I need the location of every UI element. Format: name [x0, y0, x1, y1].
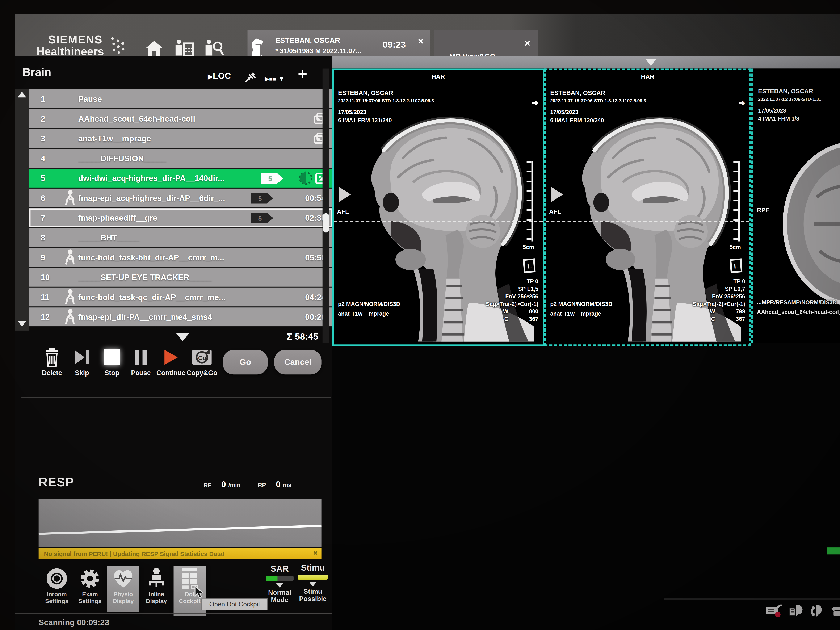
step-name: fmap-phasediff__gre: [78, 213, 249, 222]
step-number: 10: [29, 273, 63, 282]
tp-overlay: TP 0: [733, 278, 745, 284]
patient-browser-icon[interactable]: [204, 38, 225, 59]
window-label: W: [503, 308, 508, 314]
orientation-label: HAR: [546, 73, 749, 80]
arrow-icon[interactable]: ➔: [738, 98, 745, 108]
mouse-cursor-icon: [193, 586, 205, 599]
go-button[interactable]: Go: [223, 350, 268, 374]
step-number: 3: [29, 134, 63, 143]
patient-details: * 31/05/1983 M 2022.11.07...: [275, 47, 362, 55]
pause-button[interactable]: Pause: [125, 346, 156, 377]
step-number: 2: [29, 114, 63, 123]
stimu-meter: Stimu StimuPossible: [298, 563, 328, 603]
skip-button[interactable]: Skip: [66, 346, 98, 377]
image-panel-3[interactable]: ESTEBAN, OSCAR 2022.11.07-15:37:06-STD-1…: [751, 69, 840, 343]
wait-tag-icon: 5: [250, 211, 274, 224]
close-icon[interactable]: ×: [313, 548, 318, 557]
sequence-row-2[interactable]: 2 AAhead_scout_64ch-head-coil: [29, 109, 332, 129]
step-name: fmap-epi_acq-highres_dir-AP__6dir_...: [78, 193, 249, 202]
marker-label: RPF: [757, 207, 769, 213]
sequence-row-9[interactable]: 9 func-bold_task-bht_dir-AP__cmrr_m... 0…: [29, 248, 332, 268]
sequence-row-12[interactable]: 12 fmap-epi_dir-PA__cmrr_me4_sms4 00:26: [29, 308, 332, 327]
svg-text:5: 5: [258, 215, 262, 222]
sequence-row-4[interactable]: 4 _____DIFFUSION_____: [29, 149, 332, 169]
step-name: func-bold_task-qc_dir-AP__cmrr_me...: [78, 292, 288, 302]
svg-text:5: 5: [268, 175, 272, 182]
date-overlay: 17/05/2023: [338, 109, 366, 115]
sequence-row-7-selected[interactable]: 7 fmap-phasediff__gre 5 02:38: [29, 208, 332, 228]
physio-warning-bar: No signal from PERU! | Updating RESP Sig…: [39, 548, 322, 559]
reference-line: [546, 221, 749, 223]
orientation-overlay: Sag>Tra(-2)>Cor(-1): [693, 300, 745, 307]
printer-film-icon[interactable]: [765, 604, 783, 617]
cancel-button[interactable]: Cancel: [274, 350, 321, 374]
delete-button[interactable]: Delete: [36, 346, 68, 377]
close-icon[interactable]: ×: [524, 38, 530, 49]
home-icon[interactable]: [144, 38, 165, 59]
phone-icon[interactable]: [829, 604, 840, 617]
date-overlay: 17/05/2023: [550, 109, 578, 115]
physio-display-button[interactable]: PhysioDisplay: [107, 566, 139, 612]
sar-bar-fill: [266, 576, 278, 581]
healthineers-logo: Healthineers: [36, 45, 104, 58]
cine-play-icon[interactable]: [551, 187, 563, 202]
exam-panel: Brain ▶LOC ▶■■ ▼ + 1 Pause 2: [15, 56, 332, 630]
image-panel-1[interactable]: HAR ESTEBAN, OSCAR 2022.11.07-15:37:06-S…: [332, 69, 544, 346]
exam-time: 09:23: [382, 40, 406, 51]
person-icon: [63, 189, 77, 207]
image-panel-2[interactable]: HAR ESTEBAN, OSCAR 2022.11.07-15:37:06-S…: [544, 69, 751, 346]
loc-button[interactable]: ▶LOC: [208, 71, 231, 81]
list-scrollbar[interactable]: [15, 90, 29, 330]
person-tablet-icon[interactable]: [789, 604, 804, 617]
patient-registration-icon[interactable]: [174, 38, 195, 59]
arrow-icon[interactable]: ➔: [532, 98, 538, 108]
viewer-scrollbar[interactable]: [322, 69, 330, 343]
taskbar-green-indicator: [827, 548, 840, 554]
exam-settings-button[interactable]: ExamSettings: [74, 566, 106, 612]
fov-overlay: FoV 256*256: [505, 293, 538, 300]
svg-text:Go: Go: [198, 355, 207, 361]
sequence-row-10[interactable]: 10 _____SET-UP EYE TRACKER_____: [29, 268, 332, 288]
resp-waveform: [39, 499, 322, 547]
stop-button[interactable]: Stop: [96, 346, 128, 377]
continue-button[interactable]: Continue: [155, 346, 186, 377]
add-step-button[interactable]: +: [298, 65, 307, 83]
cine-play-icon[interactable]: [339, 187, 351, 202]
sar-label: SAR: [266, 564, 294, 574]
patient-name: ESTEBAN, OSCAR: [275, 36, 340, 44]
heart-ecg-icon: [112, 567, 135, 590]
scale-label: 5cm: [523, 244, 534, 250]
mri-scout-image: [774, 133, 840, 315]
inline-display-button[interactable]: InlineDisplay: [140, 566, 172, 612]
taskbar-divider: [664, 598, 840, 599]
technique-overlay: ...MPR/RESAMP/NORM/DIS3D: [757, 299, 837, 305]
sequence-row-11[interactable]: 11 func-bold_task-qc_dir-AP__cmrr_me... …: [29, 288, 332, 308]
sequence-row-3[interactable]: 3 anat-T1w__mprage: [29, 129, 332, 149]
rp-label: RP: [258, 482, 266, 488]
scroll-down-icon[interactable]: [17, 321, 26, 327]
inroom-settings-button[interactable]: InroomSettings: [41, 566, 73, 612]
center-label: C: [504, 316, 508, 322]
technique-overlay: p2 MAGN/NORM/DIS3D: [550, 300, 613, 307]
scrollbar-handle[interactable]: [323, 213, 329, 232]
step-number: 6: [29, 193, 63, 202]
sequence-row-6[interactable]: 6 fmap-epi_acq-highres_dir-AP__6dir_... …: [29, 189, 332, 208]
step-number: 9: [29, 253, 63, 262]
sequence-row-5-active[interactable]: 5 dwi-dwi_acq-highres_dir-PA__140dir... …: [29, 169, 332, 189]
sequence-row-1[interactable]: 1 Pause: [29, 90, 332, 109]
step-name: fmap-epi_dir-PA__cmrr_me4_sms4: [78, 312, 288, 321]
gear-icon: [79, 567, 101, 590]
scroll-up-icon[interactable]: [17, 92, 26, 98]
scale-ruler: [733, 161, 740, 242]
close-icon[interactable]: ×: [418, 35, 424, 47]
rp-value: 0: [276, 479, 281, 488]
person-headset-icon[interactable]: [809, 604, 825, 617]
sequence-row-8[interactable]: 8 _____BHT_____: [29, 228, 332, 248]
window-label: W: [710, 308, 715, 314]
copygo-button[interactable]: Go Copy&Go: [186, 346, 218, 377]
continue-icon: [163, 349, 179, 366]
marker-label: AFL: [337, 208, 349, 215]
inject-icon[interactable]: [243, 70, 257, 84]
top-bar: SIEMENS Healthineers: [15, 14, 840, 56]
strip-view-button[interactable]: ▶■■ ▼: [265, 73, 284, 83]
